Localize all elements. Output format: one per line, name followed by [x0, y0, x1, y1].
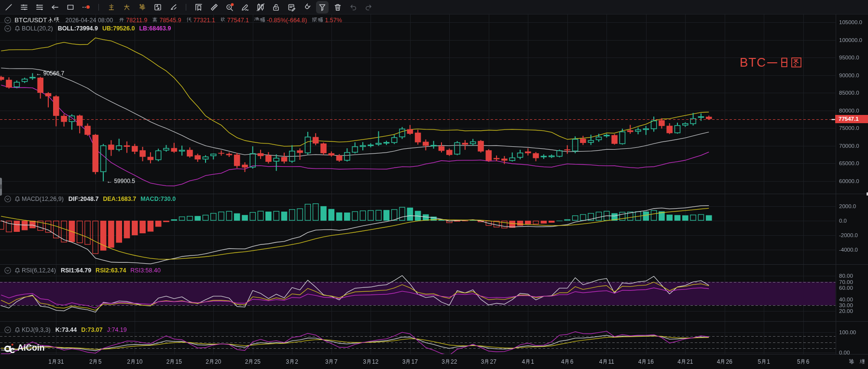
cjk-glyph [641, 359, 647, 365]
liquidation-button[interactable] [859, 358, 865, 365]
ohlc-fields: 78211.978545.977321.177547.1-0.85%(-664.… [119, 17, 347, 24]
price-chart-canvas[interactable] [0, 14, 868, 369]
date-axis-tick: 51 [758, 358, 770, 365]
cjk-glyph [405, 359, 411, 365]
left-arrow-icon: ← [36, 70, 43, 77]
kdj-legend-row: KDJ(9,3,3)K:73.44D:73.07J:74.19 [4, 326, 131, 334]
chips-tool[interactable] [135, 0, 150, 14]
indicator-name[interactable]: MACD(12,26,9) [22, 196, 64, 202]
date-axis-tick: 327 [481, 358, 496, 365]
horizontal-lines-a-icon[interactable] [16, 0, 32, 14]
indicator-value: RSI2:63.74 [96, 267, 126, 274]
cjk-glyph [761, 359, 767, 365]
date-axis-tick: 210 [127, 358, 142, 365]
cjk-glyph [108, 4, 115, 11]
rsi-legend-row: RSI(6,12,24)RSI1:64.79RSI2:63.74RSI3:58.… [4, 267, 165, 274]
indicator-value: D:73.07 [81, 326, 102, 333]
alert-bell-icon[interactable] [14, 196, 20, 202]
replay-icon[interactable] [150, 0, 165, 14]
date-axis-tick: 317 [402, 358, 418, 365]
price-axis-tick: 70000.0 [839, 143, 859, 149]
alert-bell-icon[interactable] [14, 26, 20, 31]
date-axis-tick: 25 [89, 358, 101, 365]
lock-open-icon[interactable] [268, 0, 284, 14]
cjk-glyph [329, 359, 334, 365]
rectangle-icon[interactable] [63, 0, 78, 14]
indicator-value: MACD:730.0 [140, 196, 176, 202]
cjk-glyph [312, 17, 317, 23]
bookmark-icon[interactable] [191, 0, 207, 14]
undo-icon[interactable] [345, 0, 361, 14]
cjk-glyph [484, 359, 490, 365]
aicoin-logo-icon [4, 343, 15, 353]
rsi-axis-tick: 30.00 [839, 302, 853, 308]
collapse-chevron-icon[interactable] [4, 196, 11, 202]
indicator-name[interactable]: KDJ(9,3,3) [22, 326, 51, 333]
rsi-axis-tick: 70.00 [839, 279, 853, 285]
cjk-glyph [766, 57, 778, 69]
large-chart-tool[interactable] [119, 0, 135, 14]
macd-axis-tick: 0.0 [839, 218, 847, 224]
price-axis-tick: 75000.0 [839, 125, 859, 131]
date-axis-tick: 225 [245, 358, 261, 365]
price-axis-tick: 85000.0 [839, 90, 859, 96]
magnet-icon[interactable] [299, 0, 315, 14]
left-arrow-icon: ← [107, 178, 114, 184]
indicator-name[interactable]: RSI(6,12,24) [22, 267, 56, 274]
arrow-line-icon[interactable] [47, 0, 63, 14]
last-price-badge[interactable]: 77547.1 [835, 115, 868, 123]
cjk-glyph [119, 17, 124, 23]
date-axis-tick: 421 [677, 358, 693, 365]
indicator-name[interactable]: BOLL(20,2) [22, 25, 53, 32]
macd-axis-tick: -2000.0 [839, 232, 858, 238]
price-axis-tick: 65000.0 [839, 160, 859, 166]
boll-legend-row: BOLL(20,2)BOLL:73994.9UB:79526.0LB:68463… [4, 25, 175, 32]
cjk-glyph [602, 359, 608, 365]
ohlc-field-value: 1.57% [325, 17, 342, 24]
indicator-value: K:73.44 [55, 326, 77, 333]
cjk-glyph [525, 359, 531, 365]
date-axis-tick: 426 [717, 358, 732, 365]
trend-line-icon[interactable] [1, 0, 16, 14]
rsi-axis-tick: 40.00 [839, 297, 853, 302]
compare-candles-icon[interactable] [253, 0, 268, 14]
ohlc-field-label [312, 17, 323, 24]
cjk-glyph [790, 57, 802, 69]
date-axis-tick: 411 [599, 358, 614, 365]
filter-funnel-icon[interactable] [316, 1, 329, 14]
left-panel-handle[interactable] [0, 178, 2, 196]
cjk-glyph [565, 359, 570, 365]
symbol-name[interactable]: BTC/USDT [14, 16, 60, 24]
quick-draw-icon[interactable] [165, 0, 181, 14]
more-dots-icon[interactable] [78, 0, 94, 14]
alert-bell-icon[interactable] [14, 268, 20, 273]
ruler-icon[interactable] [207, 0, 222, 14]
trash-icon[interactable] [330, 0, 345, 14]
alert-bell-icon[interactable] [14, 327, 20, 333]
cjk-glyph [778, 57, 790, 69]
kdj-axis-tick: 100.00 [839, 329, 856, 335]
rsi-axis-tick: 80.00 [839, 273, 853, 279]
kdj-axis-tick: 0.00 [839, 350, 850, 355]
cjk-glyph [859, 359, 865, 365]
cjk-glyph [220, 17, 226, 23]
cjk-glyph [681, 359, 687, 365]
date-axis-tick: 322 [441, 358, 457, 365]
zoom-search-icon[interactable] [222, 0, 237, 14]
horizontal-lines-b-icon[interactable] [32, 0, 47, 14]
chips-distribution-button[interactable] [849, 358, 854, 365]
collapse-chevron-icon[interactable] [4, 25, 11, 32]
collapse-chevron-icon[interactable] [4, 267, 11, 274]
toolbar-separator [186, 4, 186, 11]
collapse-chevron-icon[interactable] [4, 17, 11, 24]
note-edit-icon[interactable] [284, 0, 299, 14]
date-axis-tick: 312 [363, 358, 378, 365]
cjk-glyph [52, 359, 57, 365]
collapse-chevron-icon[interactable] [4, 326, 11, 333]
cjk-glyph [93, 359, 98, 365]
date-axis-tick: 131 [48, 358, 64, 365]
date-axis-tick: 41 [522, 358, 534, 365]
redo-icon[interactable] [361, 0, 376, 14]
main-chart-tool[interactable] [104, 0, 119, 14]
signature-pen-icon[interactable] [237, 0, 253, 14]
